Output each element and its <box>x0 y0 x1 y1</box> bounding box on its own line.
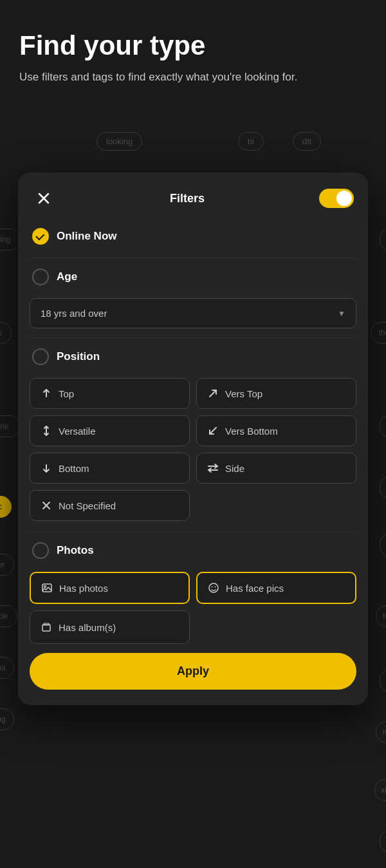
age-header[interactable]: Age <box>30 262 356 292</box>
position-bottom-button[interactable]: Bottom <box>30 453 190 484</box>
arrow-up-right-icon <box>207 388 219 399</box>
position-bottom-label: Bottom <box>59 463 89 474</box>
photos-label: Photos <box>57 544 94 557</box>
svg-point-10 <box>44 586 46 588</box>
position-top-label: Top <box>59 388 74 399</box>
svg-point-13 <box>215 587 216 588</box>
bg-tag: xib <box>374 779 386 801</box>
position-side-button[interactable]: Side <box>196 453 356 484</box>
x-icon <box>41 500 52 511</box>
age-label: Age <box>57 270 77 283</box>
photos-section: Photos Has photos Has fac <box>18 536 368 644</box>
arrows-updown-icon <box>41 425 52 437</box>
bg-tag: tw <box>376 605 386 627</box>
bg-tag: ns <box>376 721 386 743</box>
chevron-down-icon: ▼ <box>338 309 345 318</box>
bg-tag: looking <box>96 132 142 151</box>
bg-tag: y <box>380 415 386 437</box>
photos-radio[interactable] <box>32 542 49 559</box>
online-now-header[interactable]: Online Now <box>30 222 356 251</box>
toggle-knob <box>336 191 352 206</box>
position-not-specified-button[interactable]: Not Specified <box>30 490 190 521</box>
position-vers-bottom-label: Vers Bottom <box>225 426 278 437</box>
bg-tag: s <box>0 322 12 344</box>
has-face-pics-label: Has face pics <box>226 583 284 594</box>
position-section: Position Top Vers Top <box>18 342 368 521</box>
online-now-radio[interactable] <box>32 228 49 245</box>
bg-tag: na <box>0 657 14 679</box>
page-title: Find your type <box>19 31 367 61</box>
svg-rect-9 <box>42 584 51 592</box>
filters-modal: Filters Online Now Age 18 yrs and over ▼… <box>18 173 368 705</box>
bg-tag: the <box>371 322 386 344</box>
has-face-pics-button[interactable]: Has face pics <box>196 572 356 604</box>
photos-header[interactable]: Photos <box>30 536 356 565</box>
photos-grid: Has photos Has face pics <box>30 572 356 604</box>
has-albums-button[interactable]: Has album(s) <box>30 610 190 644</box>
bg-tag: d <box>380 229 386 250</box>
divider-3 <box>30 531 356 532</box>
has-photos-label: Has photos <box>59 583 108 594</box>
apply-label: Apply <box>177 665 209 677</box>
bg-tag: bi <box>238 132 264 151</box>
bg-tag: g <box>380 534 386 556</box>
page-header: Find your type Use filters and tags to f… <box>0 0 386 98</box>
bg-tag: pi <box>380 476 386 498</box>
svg-point-12 <box>212 587 213 588</box>
album-icon <box>41 621 52 633</box>
position-radio[interactable] <box>32 348 49 365</box>
position-vers-top-label: Vers Top <box>225 388 262 399</box>
arrows-exchange-icon <box>207 462 219 474</box>
svg-line-5 <box>210 428 216 434</box>
close-button[interactable] <box>32 187 55 210</box>
age-section: Age 18 yrs and over ▼ <box>18 262 368 328</box>
age-radio[interactable] <box>32 269 49 285</box>
age-dropdown[interactable]: 18 yrs and over ▼ <box>30 298 356 328</box>
bg-tag: dtt <box>293 132 321 151</box>
position-side-label: Side <box>225 463 244 474</box>
modal-header: Filters <box>18 173 368 222</box>
bg-tag: y <box>380 670 386 692</box>
bg-tag: ng <box>0 708 14 730</box>
online-now-section: Online Now <box>18 222 368 251</box>
svg-line-3 <box>210 390 216 397</box>
has-albums-label: Has album(s) <box>59 622 116 633</box>
position-not-specified-label: Not Specified <box>59 500 116 511</box>
arrow-down-left-icon <box>207 425 219 437</box>
position-grid: Top Vers Top Versatile <box>30 378 356 484</box>
position-vers-top-button[interactable]: Vers Top <box>196 378 356 409</box>
arrow-down-icon <box>41 462 52 474</box>
page-subtitle: Use filters and tags to find exactly wha… <box>19 70 367 85</box>
divider-2 <box>30 337 356 338</box>
close-icon <box>37 192 50 205</box>
bg-tag: er <box>0 554 14 576</box>
position-top-button[interactable]: Top <box>30 378 190 409</box>
position-versatile-label: Versatile <box>59 426 96 437</box>
online-now-label: Online Now <box>57 230 117 243</box>
position-label: Position <box>57 350 100 363</box>
arrow-up-icon <box>41 388 52 399</box>
bg-tag: ty <box>380 831 386 853</box>
apply-button[interactable]: Apply <box>30 653 356 690</box>
position-versatile-button[interactable]: Versatile <box>30 415 190 446</box>
face-icon <box>208 582 219 594</box>
age-dropdown-value: 18 yrs and over <box>41 308 107 319</box>
bg-tag: cle <box>0 605 17 627</box>
filters-toggle[interactable] <box>319 189 354 208</box>
modal-title: Filters <box>170 192 205 205</box>
position-vers-bottom-button[interactable]: Vers Bottom <box>196 415 356 446</box>
image-icon <box>41 582 53 594</box>
bg-tag: c <box>0 496 12 518</box>
divider-1 <box>30 258 356 258</box>
position-header[interactable]: Position <box>30 342 356 372</box>
has-photos-button[interactable]: Has photos <box>30 572 190 604</box>
